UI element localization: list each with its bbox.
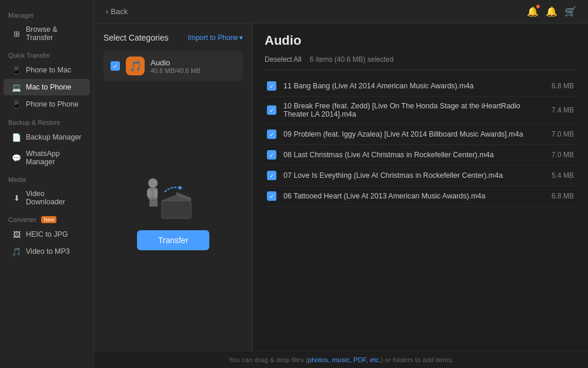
footer-text-after: ) or folders to add items. (381, 356, 454, 363)
sidebar-item-browse-transfer[interactable]: ⊞ Browse & Transfer (4, 22, 90, 45)
audio-track-name: 06 Tattooed Heart (Live At 2013 American… (283, 192, 537, 200)
sidebar-item-label: WhatsApp Manager (26, 150, 82, 166)
video-to-mp3-icon: 🎵 (12, 247, 21, 256)
phone-to-phone-icon: 📱 (12, 100, 21, 109)
footer-link[interactable]: photos, music, PDF, etc. (308, 356, 381, 363)
svg-rect-6 (153, 189, 158, 197)
browse-transfer-icon: ⊞ (12, 29, 21, 38)
sidebar-item-phone-to-mac[interactable]: 📱 Phone to Mac (4, 62, 90, 78)
backup-manager-icon: 📄 (12, 132, 21, 142)
category-item-audio[interactable]: 🎵 Audio 40.6 MB/40.6 MB (103, 51, 243, 81)
footer-text-before: You can drag & drop files ( (228, 356, 308, 363)
audio-track-size: 6.8 MB (544, 82, 574, 90)
notification-icon[interactable]: 🔔 (527, 6, 539, 17)
video-downloader-icon: ⬇ (12, 193, 21, 203)
audio-category-info: Audio 40.6 MB/40.6 MB (151, 58, 236, 74)
svg-rect-5 (147, 189, 152, 197)
audio-track-size: 7.4 MB (544, 106, 574, 114)
audio-track-checkbox[interactable] (267, 171, 276, 180)
audio-track-name: 07 Love Is Eveything (Live At Christmas … (283, 171, 537, 180)
audio-track-size: 5.4 MB (544, 171, 574, 180)
selection-info: 6 items (40.6 MB) selected (310, 55, 394, 64)
sidebar-item-mac-to-phone[interactable]: 💻 Mac to Phone (4, 79, 90, 95)
sidebar: Manager ⊞ Browse & Transfer Quick Transf… (0, 0, 94, 368)
header: ‹ Back 🔔 🔔 🛒 (94, 0, 588, 24)
audio-panel: Audio Deselect All 6 items (40.6 MB) sel… (253, 24, 588, 351)
sidebar-item-label: Browse & Transfer (26, 25, 82, 42)
new-badge: New (41, 216, 56, 223)
main-area: ‹ Back 🔔 🔔 🛒 Select Categories Import to… (94, 0, 588, 368)
back-button[interactable]: ‹ Back (106, 7, 128, 16)
audio-toolbar: Deselect All 6 items (40.6 MB) selected (265, 55, 576, 70)
svg-rect-7 (149, 200, 153, 207)
sidebar-item-label: Video to MP3 (26, 247, 70, 256)
audio-category-icon: 🎵 (126, 57, 145, 75)
svg-rect-8 (153, 200, 158, 207)
svg-rect-0 (162, 201, 191, 218)
sidebar-section-media: Media (0, 170, 93, 185)
mac-to-phone-icon: 💻 (12, 82, 21, 92)
sidebar-item-video-to-mp3[interactable]: 🎵 Video to MP3 (4, 243, 90, 260)
sidebar-item-label: Phone to Mac (26, 66, 71, 74)
sidebar-item-video-downloader[interactable]: ⬇ Video Downloader (4, 186, 90, 210)
illustration-svg (135, 165, 212, 224)
audio-track-size: 7.0 MB (544, 130, 574, 138)
audio-checkbox[interactable] (111, 61, 120, 71)
notification-dot (536, 5, 540, 8)
back-label: Back (111, 7, 128, 16)
sidebar-item-label: Backup Manager (26, 133, 82, 141)
sidebar-section-manager: Manager (0, 6, 93, 21)
content-area: Select Categories Import to Phone ▾ 🎵 Au… (94, 24, 588, 351)
audio-category-size: 40.6 MB/40.6 MB (151, 67, 236, 74)
audio-track-name: 09 Problem (feat. Iggy Azalea) [Live At … (283, 130, 537, 138)
alert-icon[interactable]: 🔔 (546, 6, 557, 17)
import-chevron-icon: ▾ (239, 34, 243, 42)
audio-row[interactable]: 10 Break Free (feat. Zedd) [Live On The … (265, 97, 576, 124)
audio-row[interactable]: 11 Bang Bang (Live At 2014 American Musi… (265, 76, 576, 97)
sidebar-item-label: Phone to Phone (26, 100, 79, 108)
import-to-phone-button[interactable]: Import to Phone ▾ (188, 34, 243, 42)
illustration-area: Transfer (103, 86, 243, 342)
audio-track-checkbox[interactable] (267, 105, 276, 115)
svg-point-3 (148, 178, 158, 188)
categories-title: Select Categories (103, 33, 169, 42)
categories-panel: Select Categories Import to Phone ▾ 🎵 Au… (94, 24, 253, 351)
footer: You can drag & drop files (photos, music… (94, 351, 588, 368)
cart-icon[interactable]: 🛒 (564, 6, 576, 17)
deselect-all-button[interactable]: Deselect All (265, 55, 302, 64)
sidebar-item-label: Mac to Phone (26, 83, 71, 91)
audio-category-name: Audio (151, 58, 236, 67)
audio-track-size: 7.0 MB (544, 151, 574, 159)
audio-track-checkbox[interactable] (267, 191, 276, 201)
sidebar-item-whatsapp-manager[interactable]: 💬 WhatsApp Manager (4, 146, 90, 170)
audio-row[interactable]: 09 Problem (feat. Iggy Azalea) [Live At … (265, 124, 576, 145)
svg-marker-9 (179, 185, 182, 190)
sidebar-section-quick-transfer: Quick Transfer (0, 46, 93, 61)
audio-list: 11 Bang Bang (Live At 2014 American Musi… (265, 76, 576, 342)
audio-panel-title: Audio (265, 33, 576, 48)
audio-row[interactable]: 07 Love Is Eveything (Live At Christmas … (265, 165, 576, 186)
audio-row[interactable]: 08 Last Christmas (Live At Christmas in … (265, 145, 576, 165)
sidebar-item-backup-manager[interactable]: 📄 Backup Manager (4, 129, 90, 145)
import-label: Import to Phone (188, 34, 238, 42)
audio-track-checkbox[interactable] (267, 81, 276, 91)
audio-track-checkbox[interactable] (267, 130, 276, 139)
audio-track-name: 08 Last Christmas (Live At Christmas in … (283, 151, 537, 159)
audio-row[interactable]: 06 Tattooed Heart (Live At 2013 American… (265, 186, 576, 207)
sidebar-item-phone-to-phone[interactable]: 📱 Phone to Phone (4, 96, 90, 112)
whatsapp-icon: 💬 (12, 153, 21, 163)
header-icons: 🔔 🔔 🛒 (527, 6, 576, 17)
sidebar-item-label: HEIC to JPG (26, 230, 68, 238)
sidebar-section-backup: Backup & Restore (0, 113, 93, 128)
heic-icon: 🖼 (12, 230, 21, 239)
transfer-button[interactable]: Transfer (137, 230, 210, 250)
audio-track-name: 11 Bang Bang (Live At 2014 American Musi… (283, 82, 537, 90)
sidebar-item-label: Video Downloader (26, 190, 82, 206)
audio-track-size: 6.8 MB (544, 192, 574, 200)
audio-track-checkbox[interactable] (267, 150, 276, 160)
categories-header: Select Categories Import to Phone ▾ (103, 33, 243, 42)
back-chevron-icon: ‹ (106, 7, 108, 16)
sidebar-item-heic-to-jpg[interactable]: 🖼 HEIC to JPG (4, 226, 90, 243)
phone-to-mac-icon: 📱 (12, 65, 21, 75)
audio-track-name: 10 Break Free (feat. Zedd) [Live On The … (283, 102, 537, 118)
